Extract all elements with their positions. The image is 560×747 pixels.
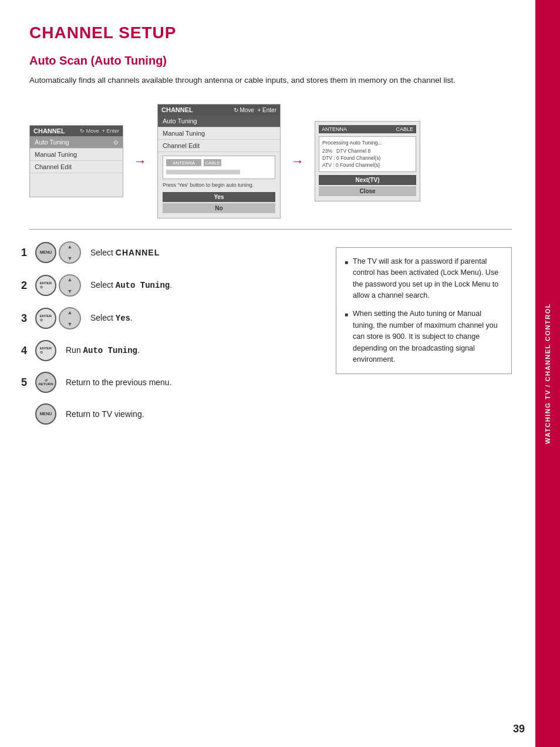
processing-inner: Processing Auto Tuning... 23% DTV Channe…	[319, 136, 416, 173]
main-content: CHANNEL SETUP Auto Scan (Auto Tuning) Au…	[0, 0, 535, 453]
info-item-2: ■ When setting the Auto tuning or Manual…	[345, 308, 503, 365]
dialog-press-text: Press 'Yes' button to begin auto tuning.	[163, 182, 275, 189]
step-number-4: 4	[21, 345, 27, 356]
steps-right: ■ The TV will ask for a password if pare…	[336, 247, 512, 435]
diagram-area: CHANNEL ↻ Move + Enter Auto Tuning Manua…	[29, 104, 512, 230]
step-row-5: 5 ↺RETURN Return to the previous menu.	[29, 372, 324, 393]
step-row-2: 2 ENTER⊙ ▲ ▼ Select Auto Tuning.	[29, 274, 324, 297]
enter-btn-label-2: ENTER⊙	[40, 281, 52, 289]
menu-nav-2: ↻ Move + Enter	[234, 107, 276, 113]
step-4-bold: Auto Tuning	[83, 346, 137, 355]
sidebar: WATCHING TV / CHANNEL CONTROL	[535, 0, 560, 747]
menu-item-auto-tuning-2: Auto Tuning	[158, 115, 280, 127]
menu-header-2: CHANNEL ↻ Move + Enter	[158, 105, 280, 115]
dialog-area: ANTENNA CABLE Press 'Yes' button to begi…	[158, 152, 280, 218]
step-3-text: Select Yes.	[90, 313, 133, 323]
nav-ring-outer-3: ▲ ▼	[59, 307, 81, 329]
diagram-menu-box-3: ANTENNA CABLE Processing Auto Tuning... …	[315, 121, 420, 202]
processing-close-btn: Close	[319, 186, 416, 196]
menu-item-auto-tuning-1: Auto Tuning	[30, 136, 123, 149]
step-2-text: Select Auto Tuning.	[90, 280, 172, 290]
page-title: CHANNEL SETUP	[29, 23, 512, 42]
processing-header: ANTENNA CABLE	[319, 125, 416, 133]
step-5-text: Return to the previous menu.	[66, 378, 172, 387]
enter-button-icon-4: ENTER⊙	[35, 340, 56, 361]
step-number-1: 1	[21, 247, 27, 258]
dialog-yes-btn: Yes	[163, 192, 275, 202]
return-btn-label: ↺RETURN	[39, 378, 53, 386]
menu-header-1: CHANNEL ↻ Move + Enter	[30, 126, 123, 136]
steps-left: 1 MENU ▲ ▼ Select CHANNEL	[29, 241, 336, 435]
step-tv-text: Return to TV viewing.	[66, 409, 144, 419]
processing-title: Processing Auto Tuning...	[322, 140, 413, 146]
step-5-icons: ↺RETURN	[35, 372, 56, 393]
processing-nexttv-btn: Next(TV)	[319, 175, 416, 185]
processing-header-cable: CABLE	[396, 126, 413, 132]
step-1-text: Select CHANNEL	[90, 248, 160, 257]
return-button-icon: ↺RETURN	[35, 372, 56, 393]
step-4-text: Run Auto Tuning.	[66, 345, 140, 355]
page-number: 39	[513, 723, 525, 735]
diagram-menu-box-1: CHANNEL ↻ Move + Enter Auto Tuning Manua…	[29, 125, 123, 197]
step-number-2: 2	[21, 280, 27, 291]
menu-item-channel-edit-2: Channel Edit	[158, 140, 280, 152]
processing-info: 23% DTV Channel 8 DTV : 0 Found Channel(…	[322, 148, 413, 169]
diagram-menu-box-2: CHANNEL ↻ Move + Enter Auto Tuning Manua…	[157, 104, 281, 218]
enter-btn-label-3: ENTER⊙	[40, 314, 52, 322]
step-row-tv: MENU Return to TV viewing.	[29, 403, 324, 425]
bullet-icon-2: ■	[345, 310, 348, 319]
menu-item-manual-tuning-2: Manual Tuning	[158, 127, 280, 140]
nav-ring-outer-2: ▲ ▼	[59, 274, 81, 297]
nav-up-icon-3: ▲	[68, 309, 73, 315]
menu-item-channel-edit-1: Channel Edit	[30, 161, 123, 173]
intro-text: Automatically finds all channels availab…	[29, 75, 487, 86]
menu-item-manual-tuning-1: Manual Tuning	[30, 149, 123, 161]
step-tv-icons: MENU	[35, 403, 56, 425]
info-text-2: When setting the Auto tuning or Manual t…	[353, 308, 503, 365]
arrow-2: →	[291, 154, 304, 169]
enter-button-icon-2: ENTER⊙	[35, 275, 56, 296]
dialog-no-btn: No	[163, 203, 275, 213]
nav-up-icon: ▲	[68, 244, 73, 250]
steps-area: 1 MENU ▲ ▼ Select CHANNEL	[29, 241, 512, 435]
step-number-5: 5	[21, 377, 27, 388]
info-box: ■ The TV will ask for a password if pare…	[336, 247, 512, 374]
arrow-1: →	[134, 154, 147, 169]
enter-button-icon-3: ENTER⊙	[35, 308, 56, 329]
step-3-bold: Yes	[116, 314, 130, 323]
nav-ring-1: ▲ ▼	[59, 241, 81, 264]
menu-button-icon: MENU	[35, 242, 56, 263]
nav-ring-3: ▲ ▼	[59, 307, 81, 329]
step-2-icons: ENTER⊙ ▲ ▼	[35, 274, 81, 297]
menu-btn-label: MENU	[40, 250, 52, 254]
step-row-4: 4 ENTER⊙ Run Auto Tuning.	[29, 340, 324, 361]
sidebar-text: WATCHING TV / CHANNEL CONTROL	[544, 303, 551, 444]
processing-header-label: ANTENNA	[322, 126, 347, 132]
step-1-bold: CHANNEL	[116, 248, 160, 257]
dialog-inner: ANTENNA CABLE	[163, 156, 275, 179]
step-2-bold: Auto Tuning	[116, 281, 170, 290]
nav-down-icon: ▼	[68, 255, 73, 261]
section-title: Auto Scan (Auto Tuning)	[29, 54, 512, 68]
info-item-1: ■ The TV will ask for a password if pare…	[345, 256, 503, 302]
enter-btn-label-4: ENTER⊙	[40, 346, 52, 354]
step-row-3: 3 ENTER⊙ ▲ ▼ Select Yes.	[29, 307, 324, 329]
nav-down-icon-2: ▼	[68, 288, 73, 294]
menu-nav-1: ↻ Move + Enter	[80, 128, 119, 134]
step-4-icons: ENTER⊙	[35, 340, 56, 361]
nav-down-icon-3: ▼	[68, 321, 73, 327]
menu-button-icon-tv: MENU	[35, 403, 56, 425]
bullet-icon-1: ■	[345, 258, 348, 267]
menu-btn-label-tv: MENU	[40, 412, 52, 416]
nav-ring-outer-1: ▲ ▼	[59, 241, 81, 264]
info-text-1: The TV will ask for a password if parent…	[353, 256, 503, 302]
step-3-icons: ENTER⊙ ▲ ▼	[35, 307, 81, 329]
menu-title-2: CHANNEL	[161, 106, 193, 113]
step-row-1: 1 MENU ▲ ▼ Select CHANNEL	[29, 241, 324, 264]
step-number-3: 3	[21, 313, 27, 324]
nav-ring-2: ▲ ▼	[59, 274, 81, 297]
menu-title-1: CHANNEL	[33, 127, 65, 134]
nav-up-icon-2: ▲	[68, 277, 73, 282]
step-1-icons: MENU ▲ ▼	[35, 241, 81, 264]
